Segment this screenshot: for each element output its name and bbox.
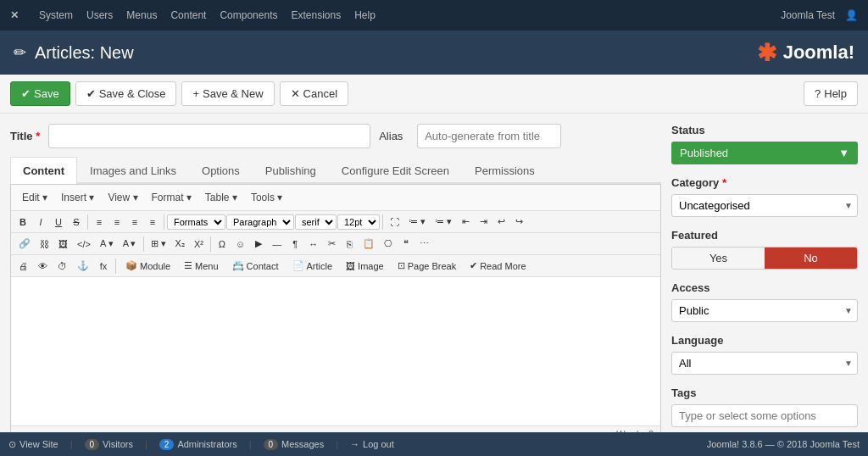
view-site-item[interactable]: ⊙ View Site <box>8 439 58 450</box>
nav-components[interactable]: Components <box>220 9 277 21</box>
user-icon[interactable]: 👤 <box>845 9 858 21</box>
font-color-button[interactable]: A ▾ <box>96 236 118 252</box>
insert-menu-button[interactable]: ☰ Menu <box>178 258 225 274</box>
copy-button[interactable]: ⎘ <box>341 236 358 252</box>
visitors-item[interactable]: 0 Visitors <box>85 439 133 450</box>
emoji-button[interactable]: ☺ <box>231 236 249 252</box>
save-new-button[interactable]: + Save & New <box>181 81 274 106</box>
featured-yes-button[interactable]: Yes <box>672 247 765 269</box>
formats-select[interactable]: Formats <box>167 214 225 230</box>
help-button[interactable]: ? Help <box>804 81 858 106</box>
tags-input[interactable] <box>671 404 858 427</box>
outdent-button[interactable]: ⇤ <box>457 214 474 230</box>
category-select[interactable]: Uncategorised <box>671 194 858 217</box>
redo-button[interactable]: ↪ <box>510 214 527 230</box>
hr-button[interactable]: — <box>268 236 286 252</box>
editor-menu-view[interactable]: View ▾ <box>102 188 143 207</box>
bold-button[interactable]: B <box>14 214 31 230</box>
tab-content[interactable]: Content <box>10 157 77 184</box>
cut-button[interactable]: ✂ <box>323 236 340 252</box>
nav-content[interactable]: Content <box>170 9 206 21</box>
access-select[interactable]: Public <box>671 299 858 322</box>
editor-menu-table[interactable]: Table ▾ <box>199 188 243 207</box>
save-button[interactable]: ✔ Save <box>10 81 70 106</box>
status-dropdown[interactable]: Published ▼ <box>671 142 858 164</box>
logout-label[interactable]: Log out <box>363 439 394 449</box>
size-select[interactable]: 12pt <box>337 214 380 230</box>
editor-menu-insert[interactable]: Insert ▾ <box>55 188 100 207</box>
insert-article-button[interactable]: 📄 Article <box>287 258 339 274</box>
nav-extensions[interactable]: Extensions <box>291 9 341 21</box>
editor-menu-tools[interactable]: Tools ▾ <box>245 188 288 207</box>
align-left-button[interactable]: ≡ <box>91 214 108 230</box>
table-button[interactable]: ⊞ ▾ <box>147 236 170 252</box>
italic-button[interactable]: I <box>32 214 49 230</box>
editor-menu-edit[interactable]: Edit ▾ <box>16 188 53 207</box>
joomla-x-icon[interactable]: ✕ <box>10 9 19 21</box>
subscript-button[interactable]: X₂ <box>171 236 189 252</box>
messages-item[interactable]: 0 Messages <box>264 439 325 450</box>
access-select-wrapper: Public ▼ <box>671 299 858 322</box>
view-site-label[interactable]: View Site <box>19 439 58 449</box>
indent-button[interactable]: ⇥ <box>475 214 492 230</box>
align-justify-button[interactable]: ≡ <box>144 214 161 230</box>
insert-read-more-button[interactable]: ✔ Read More <box>464 258 531 274</box>
align-center-button[interactable]: ≡ <box>108 214 125 230</box>
nav-menus[interactable]: Menus <box>126 9 157 21</box>
strikethrough-button[interactable]: S <box>68 214 85 230</box>
tab-permissions[interactable]: Permissions <box>462 157 548 184</box>
special-chars-button[interactable]: Ω <box>214 236 231 252</box>
anchor-button[interactable]: ⚓ <box>73 258 93 274</box>
undo-button[interactable]: ↩ <box>492 214 509 230</box>
paste-button[interactable]: 📋 <box>359 236 379 252</box>
logout-item[interactable]: → Log out <box>350 439 394 449</box>
code-button[interactable]: </> <box>73 236 95 252</box>
insert-page-break-button[interactable]: ⊡ Page Break <box>392 258 462 274</box>
cancel-button[interactable]: ✕ Cancel <box>280 81 348 106</box>
highlight-button[interactable]: A ▾ <box>119 236 141 252</box>
editor-body[interactable] <box>11 277 660 425</box>
print-button[interactable]: 🖨 <box>14 259 32 274</box>
source-button[interactable]: fx <box>95 259 112 274</box>
nav-users[interactable]: Users <box>86 9 113 21</box>
timer-button[interactable]: ⏱ <box>53 259 71 274</box>
language-select[interactable]: All <box>671 352 858 375</box>
align-right-button[interactable]: ≡ <box>126 214 143 230</box>
more-button[interactable]: ⋯ <box>415 236 433 252</box>
paragraph-select[interactable]: Paragraph <box>226 214 294 230</box>
quote-button[interactable]: ❝ <box>398 236 415 252</box>
featured-no-button[interactable]: No <box>765 247 857 269</box>
tab-options[interactable]: Options <box>189 157 253 184</box>
module-icon: 📦 <box>125 260 137 271</box>
save-close-button[interactable]: ✔ Save & Close <box>75 81 177 106</box>
user-name[interactable]: Joomla Test <box>781 9 835 21</box>
numbering-button[interactable]: ≔ ▾ <box>431 214 456 230</box>
ltr-button[interactable]: ↔ <box>304 236 322 252</box>
editor-menu-format[interactable]: Format ▾ <box>146 188 198 207</box>
unlink-button[interactable]: ⛓ <box>36 236 53 252</box>
title-required: * <box>36 130 40 142</box>
preview-button[interactable]: 👁 <box>34 259 52 274</box>
link-button[interactable]: 🔗 <box>14 236 35 252</box>
image-button[interactable]: 🖼 <box>54 236 72 252</box>
superscript-button[interactable]: X² <box>190 236 208 252</box>
font-select[interactable]: serif <box>295 214 337 230</box>
admins-badge: 2 <box>159 439 175 450</box>
insert-contact-button[interactable]: 📇 Contact <box>226 258 285 274</box>
alias-input[interactable] <box>417 124 561 148</box>
show-blocks-button[interactable]: ⎔ <box>380 236 397 252</box>
tab-publishing[interactable]: Publishing <box>253 157 329 184</box>
tab-images[interactable]: Images and Links <box>77 157 189 184</box>
tab-configure[interactable]: Configure Edit Screen <box>329 157 462 184</box>
nav-system[interactable]: System <box>39 9 73 21</box>
admins-item[interactable]: 2 Administrators <box>159 439 237 450</box>
insert-module-button[interactable]: 📦 Module <box>120 258 176 274</box>
paragraph-mark-button[interactable]: ¶ <box>287 236 303 252</box>
insert-image-button[interactable]: 🖼 Image <box>340 259 390 274</box>
title-input[interactable] <box>48 124 370 148</box>
underline-button[interactable]: U <box>50 214 67 230</box>
fullscreen-button[interactable]: ⛶ <box>386 214 403 230</box>
bullets-button[interactable]: ≔ ▾ <box>404 214 430 230</box>
media-button[interactable]: ▶ <box>250 236 267 252</box>
nav-help[interactable]: Help <box>354 9 376 21</box>
